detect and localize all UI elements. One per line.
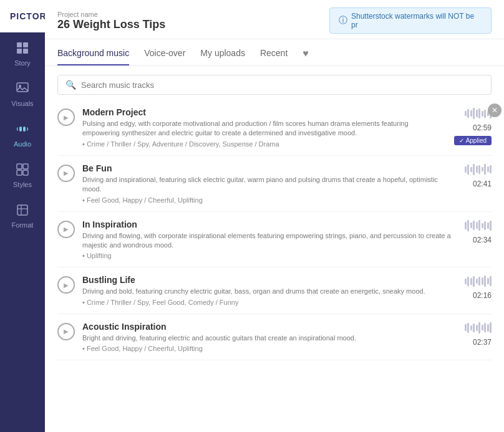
applied-badge-1: Applied xyxy=(454,136,492,145)
track-right-4: 02:16 xyxy=(465,275,492,300)
track-tags-3: • Uplifting xyxy=(82,252,457,259)
track-info-3: In Inspiration Driving and flowing, with… xyxy=(82,219,457,260)
waveform-4 xyxy=(465,275,492,287)
play-button-3[interactable]: ▶ xyxy=(57,221,75,238)
svg-rect-9 xyxy=(23,127,26,132)
project-label: Project name xyxy=(57,11,165,18)
svg-rect-12 xyxy=(17,170,22,175)
audio-icon xyxy=(16,122,29,138)
track-item: ▶ Bustling Life Driving and bold, featur… xyxy=(57,267,492,314)
track-desc-3: Driving and flowing, with corporate insp… xyxy=(82,231,457,251)
sidebar-item-styles[interactable]: Styles xyxy=(0,154,45,194)
track-desc-5: Bright and driving, featuring electric a… xyxy=(82,334,457,343)
project-info: Project name 26 Weight Loss Tips xyxy=(57,11,165,31)
tabs-bar: Background music Voice-over My uploads R… xyxy=(45,39,504,66)
sidebar-item-styles-label: Styles xyxy=(13,181,32,188)
tab-my-uploads[interactable]: My uploads xyxy=(200,39,245,65)
waveform-5 xyxy=(465,322,492,334)
track-info-1: Modern Project Pulsing and edgy, with co… xyxy=(82,107,447,148)
svg-rect-10 xyxy=(17,164,22,169)
track-item: ▶ In Inspiration Driving and flowing, wi… xyxy=(57,212,492,268)
story-icon xyxy=(16,41,29,57)
track-item: ▶ Be Fun Driving and inspirational, feat… xyxy=(57,156,492,212)
track-info-5: Acoustic Inspiration Bright and driving,… xyxy=(82,322,457,352)
track-tags-4: • Crime / Thriller / Spy, Feel Good, Com… xyxy=(82,299,457,306)
track-name-4: Bustling Life xyxy=(82,275,457,285)
format-icon xyxy=(16,203,29,219)
search-box: 🔍 xyxy=(57,75,492,95)
info-icon: ⓘ xyxy=(339,15,347,26)
sidebar-item-audio[interactable]: Audio xyxy=(0,113,45,154)
track-desc-4: Driving and bold, featuring crunchy elec… xyxy=(82,287,457,296)
tab-favorites[interactable]: ♥ xyxy=(303,39,309,65)
track-duration-5: 02:37 xyxy=(473,338,492,347)
svg-rect-5 xyxy=(23,49,28,54)
svg-rect-13 xyxy=(23,170,28,175)
sidebar: PICTORY Story Visuals xyxy=(0,0,45,432)
tab-voice-over[interactable]: Voice-over xyxy=(144,39,185,65)
search-icon: 🔍 xyxy=(65,80,76,90)
svg-rect-11 xyxy=(23,164,28,169)
track-tags-5: • Feel Good, Happy / Cheerful, Uplifting xyxy=(82,345,457,352)
tab-recent[interactable]: Recent xyxy=(260,39,288,65)
sidebar-item-story-label: Story xyxy=(14,59,31,67)
track-name-5: Acoustic Inspiration xyxy=(82,322,457,332)
sidebar-item-format[interactable]: Format xyxy=(0,194,45,235)
track-desc-1: Pulsing and edgy, with corporate motivat… xyxy=(82,119,447,138)
track-name-1: Modern Project xyxy=(82,107,447,117)
track-tags-2: • Feel Good, Happy / Cheerful, Uplifting xyxy=(82,196,457,204)
tab-background-music[interactable]: Background music xyxy=(57,39,129,65)
track-duration-4: 02:16 xyxy=(473,291,492,300)
track-duration-2: 02:41 xyxy=(473,180,492,188)
track-item: ▶ Acoustic Inspiration Bright and drivin… xyxy=(57,314,492,360)
visuals-icon xyxy=(16,82,29,97)
close-button[interactable]: ✕ xyxy=(488,103,502,117)
svg-rect-4 xyxy=(17,49,22,54)
play-button-5[interactable]: ▶ xyxy=(57,323,75,340)
track-duration-3: 02:34 xyxy=(473,236,492,244)
notice-bar: ⓘ Shutterstock watermarks will NOT be pr xyxy=(329,7,492,34)
sidebar-item-story[interactable]: Story xyxy=(0,32,45,73)
track-list: ✕ ▶ Modern Project Pulsing and edgy, wit… xyxy=(45,100,504,432)
waveform-3 xyxy=(465,219,492,232)
sidebar-item-visuals-label: Visuals xyxy=(11,100,33,107)
track-name-3: In Inspiration xyxy=(82,219,457,229)
track-desc-2: Driving and inspirational, featuring sli… xyxy=(82,175,457,194)
logo-area: PICTORY xyxy=(0,0,45,32)
sidebar-item-visuals[interactable]: Visuals xyxy=(0,73,45,113)
svg-rect-8 xyxy=(19,127,22,132)
play-button-2[interactable]: ▶ xyxy=(57,165,75,182)
svg-rect-2 xyxy=(17,42,22,47)
svg-rect-3 xyxy=(23,42,28,47)
track-right-2: 02:41 xyxy=(465,163,492,188)
sidebar-item-audio-label: Audio xyxy=(14,140,31,148)
track-right-1: 02:59 Applied xyxy=(454,107,492,145)
sidebar-item-format-label: Format xyxy=(12,221,34,229)
styles-icon xyxy=(16,163,29,178)
header: Project name 26 Weight Loss Tips ⓘ Shutt… xyxy=(45,0,504,39)
svg-rect-14 xyxy=(17,205,27,215)
search-input[interactable] xyxy=(81,80,483,90)
track-item: ▶ Modern Project Pulsing and edgy, with … xyxy=(57,100,492,156)
track-info-2: Be Fun Driving and inspirational, featur… xyxy=(82,163,457,204)
main-content: Project name 26 Weight Loss Tips ⓘ Shutt… xyxy=(45,0,504,432)
waveform-2 xyxy=(465,163,492,176)
track-right-3: 02:34 xyxy=(465,219,492,244)
search-area: 🔍 xyxy=(45,66,504,100)
play-button-1[interactable]: ▶ xyxy=(57,108,75,126)
project-title: 26 Weight Loss Tips xyxy=(57,18,165,31)
track-duration-1: 02:59 xyxy=(473,123,492,132)
track-info-4: Bustling Life Driving and bold, featurin… xyxy=(82,275,457,305)
play-button-4[interactable]: ▶ xyxy=(57,276,75,294)
track-right-5: 02:37 xyxy=(465,322,492,347)
track-tags-1: • Crime / Thriller / Spy, Adventure / Di… xyxy=(82,140,447,148)
notice-text: Shutterstock watermarks will NOT be pr xyxy=(351,12,482,29)
track-name-2: Be Fun xyxy=(82,163,457,173)
